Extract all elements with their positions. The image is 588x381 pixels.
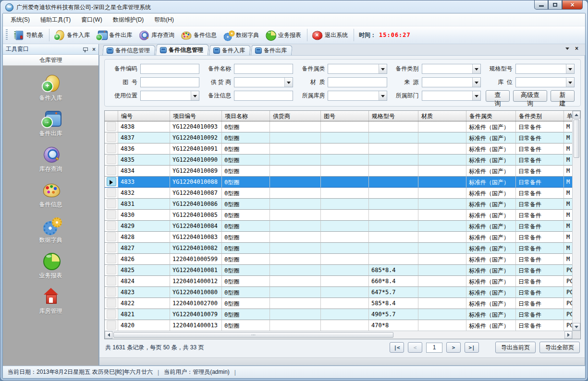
table-row[interactable]: 4824 1220401400012 0型圈 660*8.4 标准件（国产） 日… bbox=[105, 276, 572, 287]
tab-list-dropdown-icon[interactable] bbox=[565, 48, 569, 50]
field-input[interactable] bbox=[422, 91, 481, 101]
chevron-down-icon[interactable] bbox=[284, 78, 293, 87]
row-selector[interactable] bbox=[105, 166, 118, 177]
row-selector[interactable] bbox=[105, 265, 118, 276]
row-selector[interactable] bbox=[105, 221, 118, 232]
toolbar-button-parts-outbound[interactable]: 备件出库 bbox=[94, 28, 136, 42]
chevron-down-icon[interactable] bbox=[472, 64, 480, 73]
table-row[interactable]: 4829 YG12204010084 0型圈 标准件（国产） 日常备件 bbox=[105, 221, 572, 232]
sidebar-section-title[interactable]: 仓库管理 bbox=[3, 55, 98, 66]
column-header[interactable]: 项目名称 bbox=[222, 111, 270, 121]
chevron-down-icon[interactable] bbox=[566, 78, 574, 87]
sidebar-item-data-dict[interactable]: 数据字典 bbox=[39, 215, 62, 244]
row-selector[interactable] bbox=[105, 199, 118, 210]
next-page-button[interactable]: > bbox=[446, 342, 461, 353]
field-input[interactable] bbox=[234, 91, 293, 101]
table-row[interactable]: 4830 YG12204010085 0型圈 标准件（国产） 日常备件 bbox=[105, 210, 572, 221]
table-row[interactable]: 4831 YG12204010086 0型圈 标准件（国产） 日常备件 bbox=[105, 199, 572, 210]
row-selector[interactable] bbox=[105, 132, 118, 143]
sidebar-item-stock-query[interactable]: 库存查询 bbox=[39, 144, 62, 173]
row-selector[interactable] bbox=[105, 143, 118, 155]
column-header[interactable]: 单位 bbox=[564, 111, 572, 121]
field-input[interactable] bbox=[515, 77, 575, 87]
prev-page-button[interactable]: < bbox=[408, 342, 422, 353]
row-selector[interactable] bbox=[105, 155, 118, 166]
table-row[interactable]: 4821 YG12204010079 0型圈 490*5.7 标准件（国产） 日… bbox=[105, 309, 572, 320]
sidebar-item-parts-inbound[interactable]: 备件入库 bbox=[39, 73, 62, 102]
advanced-query-button[interactable]: 高级查询 bbox=[513, 90, 547, 102]
scroll-down-icon[interactable] bbox=[573, 323, 580, 331]
chevron-down-icon[interactable] bbox=[191, 91, 199, 100]
row-selector[interactable] bbox=[105, 254, 118, 265]
table-row[interactable]: 4834 YG12204010089 0型圈 标准件（国产） 日常备件 bbox=[105, 166, 572, 177]
horizontal-scroll-thumb[interactable] bbox=[113, 332, 393, 338]
row-selector[interactable] bbox=[105, 276, 118, 287]
field-input[interactable] bbox=[140, 91, 199, 101]
toolbar-button-navbar[interactable]: 导航条 bbox=[11, 28, 47, 42]
field-input[interactable] bbox=[234, 64, 293, 74]
column-header[interactable]: 供货商 bbox=[270, 111, 321, 121]
new-button[interactable]: 新建 bbox=[551, 90, 575, 102]
table-row[interactable]: 4820 1220401400013 0型圈 470*8 标准件（国产） 日常备… bbox=[105, 320, 572, 331]
close-button[interactable]: × bbox=[562, 0, 583, 10]
toolbar-button-exit[interactable]: 退出系统 bbox=[309, 28, 352, 42]
row-selector[interactable] bbox=[105, 188, 118, 199]
row-selector[interactable] bbox=[105, 210, 118, 221]
panel-close-icon[interactable]: × bbox=[92, 47, 96, 52]
chevron-down-icon[interactable] bbox=[472, 91, 480, 100]
menu-data-maintenance[interactable]: 数据维护(D) bbox=[108, 14, 149, 26]
row-selector[interactable] bbox=[105, 121, 118, 132]
row-selector[interactable] bbox=[105, 298, 118, 309]
table-row[interactable]: 4835 YG12204010090 0型圈 标准件（国产） 日常备件 bbox=[105, 155, 572, 166]
field-input[interactable] bbox=[515, 64, 575, 74]
sidebar-item-business-report[interactable]: 业务报表 bbox=[39, 251, 62, 280]
export-all-pages-button[interactable]: 导出全部页 bbox=[539, 342, 580, 353]
field-input[interactable] bbox=[328, 64, 387, 74]
row-selector[interactable] bbox=[105, 309, 118, 320]
toolbar-button-parts-inbound[interactable]: 备件入库 bbox=[51, 28, 94, 42]
scroll-right-icon[interactable] bbox=[564, 331, 572, 339]
sidebar-item-warehouse-mgmt[interactable]: 库房管理 bbox=[39, 286, 62, 315]
tab-parts-inbound[interactable]: 备件入库 bbox=[209, 45, 251, 55]
table-row[interactable]: 4837 YG12204010092 0型圈 标准件（国产） 日常备件 bbox=[105, 132, 572, 143]
toolbar-grip-icon[interactable] bbox=[6, 29, 8, 41]
column-header[interactable]: 备件类别 bbox=[516, 111, 564, 121]
toolbar-button-parts-info[interactable]: 备件信息 bbox=[178, 28, 220, 42]
tab-parts-info-mgmt-2[interactable]: 备件信息管理 bbox=[156, 44, 209, 55]
table-row[interactable]: 4832 YG12204010087 0型圈 标准件（国产） 日常备件 bbox=[105, 188, 572, 199]
toolbar-item[interactable] bbox=[354, 29, 354, 41]
scroll-up-icon[interactable] bbox=[573, 111, 580, 119]
table-row[interactable]: 4836 YG12204010091 0型圈 标准件（国产） 日常备件 bbox=[105, 143, 572, 155]
toolbar-item[interactable] bbox=[49, 29, 49, 41]
column-header[interactable]: 编号 bbox=[118, 111, 170, 121]
last-page-button[interactable]: >| bbox=[465, 342, 479, 353]
field-input[interactable] bbox=[422, 77, 481, 87]
row-selector[interactable] bbox=[105, 243, 118, 254]
vertical-scroll-thumb[interactable] bbox=[574, 119, 579, 158]
column-header[interactable]: 备件属类 bbox=[466, 111, 516, 121]
toolbar-item[interactable] bbox=[307, 29, 307, 41]
table-row[interactable]: 4825 YG12204010081 0型圈 685*8.4 标准件（国产） 日… bbox=[105, 265, 572, 276]
field-input[interactable] bbox=[140, 64, 199, 74]
menu-window[interactable]: 窗口(W) bbox=[76, 14, 107, 26]
chevron-down-icon[interactable] bbox=[566, 64, 574, 73]
sidebar-item-parts-info[interactable]: 备件信息 bbox=[39, 180, 62, 209]
chevron-down-icon[interactable] bbox=[379, 64, 387, 73]
table-row[interactable]: 4822 1220401002700 0型圈 585*8.4 标准件（国产） 日… bbox=[105, 298, 572, 309]
table-row[interactable]: 4823 YG12204010080 0型圈 647*5.7 标准件（国产） 日… bbox=[105, 287, 572, 298]
menu-aux-tools[interactable]: 辅助工具(T) bbox=[36, 14, 75, 26]
row-selector[interactable] bbox=[105, 232, 118, 243]
tab-parts-outbound[interactable]: 备件出库 bbox=[251, 45, 293, 55]
toolbar-button-business-report[interactable]: 业务报表 bbox=[263, 28, 305, 42]
field-input[interactable] bbox=[328, 91, 387, 101]
row-selector[interactable] bbox=[105, 177, 118, 188]
tab-close-icon[interactable]: × bbox=[575, 46, 578, 51]
row-selector[interactable] bbox=[105, 320, 118, 331]
column-header[interactable]: 图号 bbox=[321, 111, 369, 121]
first-page-button[interactable]: |< bbox=[390, 342, 404, 353]
chevron-down-icon[interactable] bbox=[379, 91, 387, 100]
horizontal-scroll-track[interactable] bbox=[112, 331, 564, 339]
toolbar-button-data-dict[interactable]: 数据字典 bbox=[220, 28, 263, 42]
table-row[interactable]: 4827 YG12204010082 0型圈 标准件（国产） 日常备件 bbox=[105, 243, 572, 254]
column-header[interactable]: 规格型号 bbox=[369, 111, 418, 121]
